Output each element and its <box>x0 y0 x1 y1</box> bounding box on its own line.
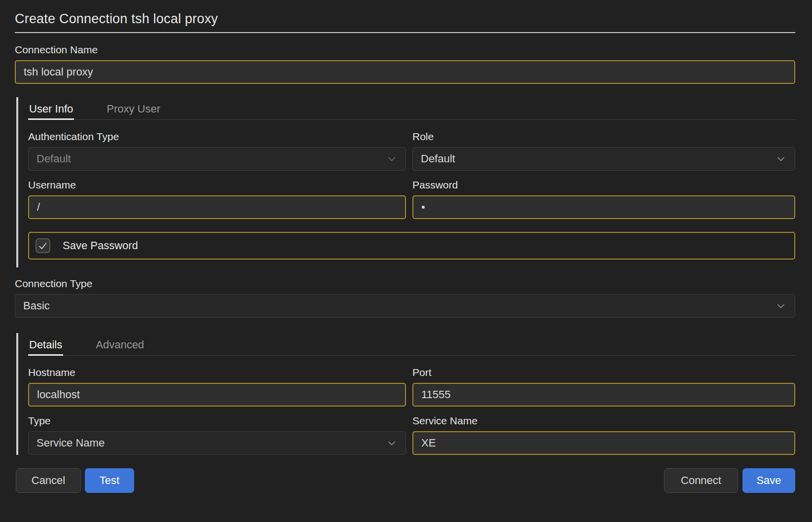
chevron-down-icon <box>775 300 787 312</box>
port-label: Port <box>412 367 795 378</box>
port-input[interactable] <box>412 383 795 407</box>
username-label: Username <box>28 179 406 191</box>
cancel-button[interactable]: Cancel <box>16 468 81 493</box>
save-button[interactable]: Save <box>742 468 795 493</box>
role-select[interactable]: Default <box>412 147 795 171</box>
tab-advanced[interactable]: Advanced <box>95 333 145 355</box>
details-group: Details Advanced Hostname Port Type Serv… <box>16 333 795 455</box>
user-tabstrip: User Info Proxy User <box>28 97 795 120</box>
user-info-group: User Info Proxy User Authentication Type… <box>16 97 795 267</box>
connect-button[interactable]: Connect <box>664 468 738 493</box>
dialog-title: Create Connection tsh local proxy <box>15 11 795 27</box>
save-password-label: Save Password <box>63 239 138 252</box>
chevron-down-icon <box>386 437 398 449</box>
hostname-input[interactable] <box>28 383 406 407</box>
connection-name-label: Connection Name <box>15 44 795 56</box>
details-tabstrip: Details Advanced <box>28 333 795 356</box>
chevron-down-icon <box>775 153 787 165</box>
tab-user-info[interactable]: User Info <box>28 97 74 120</box>
connection-type-value: Basic <box>23 299 50 312</box>
chevron-down-icon <box>386 153 398 165</box>
type-label: Type <box>28 415 406 427</box>
connection-name-input[interactable] <box>15 60 795 84</box>
tab-details[interactable]: Details <box>28 333 63 356</box>
auth-type-value: Default <box>37 152 71 165</box>
hostname-label: Hostname <box>28 367 406 378</box>
tab-proxy-user[interactable]: Proxy User <box>106 97 161 119</box>
connection-type-select[interactable]: Basic <box>15 294 795 318</box>
create-connection-dialog: Create Connection tsh local proxy Connec… <box>0 0 812 522</box>
checkmark-icon <box>37 240 48 251</box>
type-value: Service Name <box>37 437 105 449</box>
service-name-input[interactable] <box>412 431 795 455</box>
save-password-checkbox[interactable] <box>36 238 50 253</box>
role-label: Role <box>412 131 795 143</box>
title-divider <box>15 32 795 33</box>
auth-type-label: Authentication Type <box>28 131 406 143</box>
auth-type-select[interactable]: Default <box>28 147 406 171</box>
password-label: Password <box>412 179 795 191</box>
type-select[interactable]: Service Name <box>28 431 406 455</box>
save-password-box: Save Password <box>28 232 795 260</box>
password-input[interactable] <box>412 195 795 219</box>
connection-type-label: Connection Type <box>15 278 795 290</box>
dialog-button-row: Cancel Test Connect Save <box>15 468 795 493</box>
username-input[interactable] <box>28 195 406 219</box>
role-value: Default <box>421 152 455 165</box>
service-name-label: Service Name <box>412 415 795 427</box>
test-button[interactable]: Test <box>85 468 134 493</box>
